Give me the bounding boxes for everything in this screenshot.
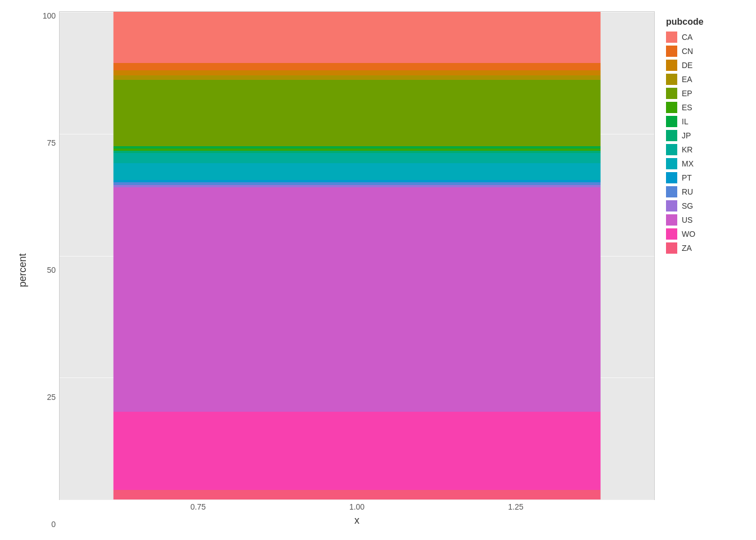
y-tick-75: 75	[47, 138, 56, 147]
legend-item-ea: EA	[666, 74, 745, 85]
legend-color-sg	[666, 200, 677, 212]
plot-area	[59, 11, 655, 500]
legend-color-de	[666, 60, 677, 71]
y-tick-100: 100	[43, 11, 56, 20]
legend-color-ep	[666, 88, 677, 99]
bar-segment-ep	[113, 80, 601, 146]
legend-color-mx	[666, 158, 677, 169]
y-axis-ticks: 100 75 50 25 0	[34, 11, 59, 529]
legend-item-mx: MX	[666, 158, 745, 169]
chart-with-axes: percent 100 75 50 25 0	[11, 11, 655, 529]
legend-item-us: US	[666, 214, 745, 226]
legend-items: CACNDEEAEPESILJPKRMXPTRUSGUSWOZA	[666, 32, 745, 256]
x-tick-125: 1.25	[508, 502, 523, 511]
legend-label-es: ES	[682, 103, 692, 112]
bar-segment-wo	[113, 412, 601, 490]
legend-color-ca	[666, 32, 677, 43]
legend-label-pt: PT	[682, 173, 692, 182]
x-axis-label: x	[354, 515, 359, 526]
legend-label-cn: CN	[682, 47, 693, 56]
legend-label-ep: EP	[682, 89, 692, 98]
bar-segment-kr	[113, 153, 601, 163]
legend-item-pt: PT	[666, 172, 745, 183]
legend-item-wo: WO	[666, 228, 745, 240]
legend-item-ru: RU	[666, 186, 745, 197]
bar-segment-za	[113, 490, 601, 500]
legend-item-il: IL	[666, 116, 745, 127]
y-axis-label: percent	[17, 253, 29, 287]
legend-label-kr: KR	[682, 145, 692, 154]
chart-container: percent 100 75 50 25 0	[0, 0, 756, 540]
legend-item-ca: CA	[666, 32, 745, 43]
legend-color-za	[666, 242, 677, 254]
x-tick-075: 0.75	[190, 502, 205, 511]
bar-segment-ea	[113, 75, 601, 80]
legend-color-wo	[666, 228, 677, 240]
y-tick-0: 0	[51, 520, 56, 529]
legend-color-pt	[666, 172, 677, 183]
bar-segment-ca	[113, 12, 601, 63]
legend-label-us: US	[682, 215, 692, 224]
stacked-bar	[113, 12, 601, 500]
legend-label-il: IL	[682, 117, 688, 126]
legend-label-jp: JP	[682, 131, 691, 140]
y-tick-50: 50	[47, 266, 56, 274]
legend-item-ep: EP	[666, 88, 745, 99]
legend-label-sg: SG	[682, 201, 693, 210]
legend-color-il	[666, 116, 677, 127]
legend-label-za: ZA	[682, 244, 692, 253]
legend-color-jp	[666, 130, 677, 141]
legend-item-sg: SG	[666, 200, 745, 212]
legend-label-de: DE	[682, 61, 692, 70]
plot-area-wrap: 0.75 1.00 1.25 x	[59, 11, 655, 529]
x-axis-label-area: x	[59, 511, 655, 529]
legend-label-wo: WO	[682, 230, 695, 238]
legend-color-ea	[666, 74, 677, 85]
chart-inner: percent 100 75 50 25 0	[11, 11, 745, 529]
legend-color-us	[666, 214, 677, 226]
y-axis-label-area: percent	[11, 11, 34, 529]
legend-color-ru	[666, 186, 677, 197]
legend-item-kr: KR	[666, 144, 745, 155]
legend-title: pubcode	[666, 17, 745, 27]
bar-segment-mx	[113, 163, 601, 180]
legend-label-ea: EA	[682, 75, 692, 84]
y-tick-25: 25	[47, 393, 56, 402]
legend-color-cn	[666, 46, 677, 57]
legend-area: pubcode CACNDEEAEPESILJPKRMXPTRUSGUSWOZA	[655, 11, 745, 256]
bar-segment-cn	[113, 63, 601, 70]
legend-label-ca: CA	[682, 33, 692, 42]
legend-color-kr	[666, 144, 677, 155]
bar-segment-de	[113, 70, 601, 75]
legend-item-cn: CN	[666, 46, 745, 57]
x-axis-ticks: 0.75 1.00 1.25	[59, 500, 655, 511]
bar-segment-us	[113, 187, 601, 412]
grid-line-h-0	[60, 500, 654, 500]
legend-label-ru: RU	[682, 187, 693, 196]
legend-item-es: ES	[666, 102, 745, 113]
legend-item-de: DE	[666, 60, 745, 71]
chart-top: percent 100 75 50 25 0	[11, 11, 655, 529]
legend-color-es	[666, 102, 677, 113]
legend-item-za: ZA	[666, 242, 745, 254]
legend-item-jp: JP	[666, 130, 745, 141]
x-tick-100: 1.00	[349, 502, 364, 511]
legend-label-mx: MX	[682, 159, 694, 168]
